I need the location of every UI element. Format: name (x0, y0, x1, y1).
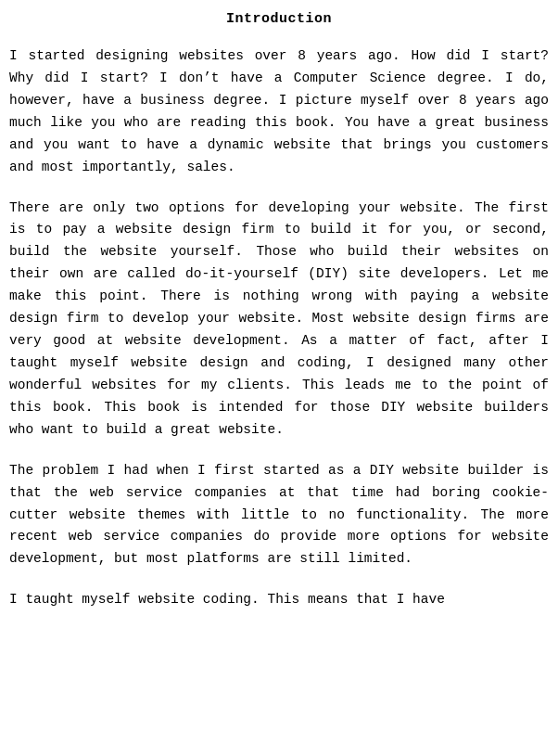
paragraph-3: The problem I had when I first started a… (9, 460, 549, 571)
paragraph-1: I started designing websites over 8 year… (9, 45, 549, 179)
paragraph-4: I taught myself website coding. This mea… (9, 589, 549, 611)
page-title: Introduction (9, 11, 549, 27)
paragraph-2: There are only two options for developin… (9, 198, 549, 442)
